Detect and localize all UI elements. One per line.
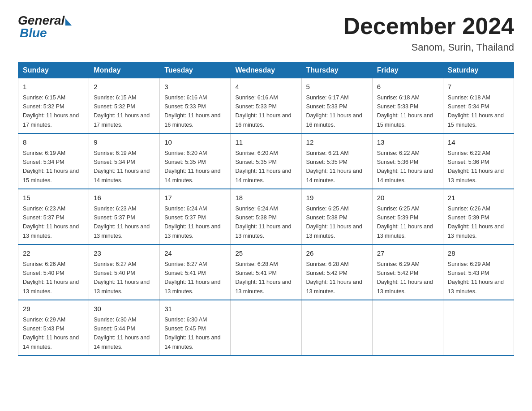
day-info: Sunrise: 6:30 AMSunset: 5:44 PMDaylight:…: [94, 317, 150, 350]
day-info: Sunrise: 6:28 AMSunset: 5:41 PMDaylight:…: [235, 261, 291, 295]
day-cell: 25Sunrise: 6:28 AMSunset: 5:41 PMDayligh…: [231, 244, 301, 300]
day-info: Sunrise: 6:29 AMSunset: 5:43 PMDaylight:…: [448, 261, 504, 295]
day-number: 11: [235, 137, 296, 148]
day-number: 10: [164, 137, 226, 148]
day-info: Sunrise: 6:19 AMSunset: 5:34 PMDaylight:…: [94, 150, 150, 184]
day-info: Sunrise: 6:23 AMSunset: 5:37 PMDaylight:…: [94, 206, 150, 239]
day-number: 1: [23, 82, 84, 92]
calendar-title: December 2024: [343, 13, 514, 39]
day-number: 27: [377, 248, 438, 259]
day-cell: 14Sunrise: 6:22 AMSunset: 5:36 PMDayligh…: [443, 133, 514, 189]
week-row-3: 15Sunrise: 6:23 AMSunset: 5:37 PMDayligh…: [18, 189, 514, 244]
week-row-4: 22Sunrise: 6:26 AMSunset: 5:40 PMDayligh…: [18, 244, 514, 300]
day-number: 5: [306, 82, 368, 92]
day-cell: 27Sunrise: 6:29 AMSunset: 5:42 PMDayligh…: [372, 244, 443, 300]
day-info: Sunrise: 6:17 AMSunset: 5:33 PMDaylight:…: [306, 94, 362, 128]
day-info: Sunrise: 6:29 AMSunset: 5:42 PMDaylight:…: [377, 261, 433, 295]
day-cell: 8Sunrise: 6:19 AMSunset: 5:34 PMDaylight…: [18, 133, 89, 189]
day-info: Sunrise: 6:27 AMSunset: 5:41 PMDaylight:…: [164, 261, 220, 295]
day-cell: 20Sunrise: 6:25 AMSunset: 5:39 PMDayligh…: [372, 189, 443, 244]
header-sunday: Sunday: [18, 63, 89, 78]
day-number: 14: [448, 137, 509, 148]
week-row-2: 8Sunrise: 6:19 AMSunset: 5:34 PMDaylight…: [18, 133, 514, 189]
day-number: 25: [235, 248, 296, 259]
day-cell: 17Sunrise: 6:24 AMSunset: 5:37 PMDayligh…: [160, 189, 231, 244]
header-friday: Friday: [372, 63, 443, 78]
calendar-subtitle: Sanom, Surin, Thailand: [343, 42, 514, 53]
header-thursday: Thursday: [301, 63, 372, 78]
day-info: Sunrise: 6:30 AMSunset: 5:45 PMDaylight:…: [164, 317, 220, 350]
logo: General Blue: [18, 13, 72, 40]
day-info: Sunrise: 6:15 AMSunset: 5:32 PMDaylight:…: [94, 94, 150, 128]
day-cell: 31Sunrise: 6:30 AMSunset: 5:45 PMDayligh…: [160, 300, 231, 355]
logo-blue-text: Blue: [18, 26, 47, 40]
day-info: Sunrise: 6:20 AMSunset: 5:35 PMDaylight:…: [164, 150, 220, 184]
day-cell: 15Sunrise: 6:23 AMSunset: 5:37 PMDayligh…: [18, 189, 89, 244]
day-info: Sunrise: 6:22 AMSunset: 5:36 PMDaylight:…: [448, 150, 504, 184]
day-number: 22: [23, 248, 84, 259]
day-cell: 4Sunrise: 6:16 AMSunset: 5:33 PMDaylight…: [231, 78, 301, 134]
day-number: 23: [94, 248, 155, 259]
day-cell: 26Sunrise: 6:28 AMSunset: 5:42 PMDayligh…: [301, 244, 372, 300]
day-cell: [301, 300, 372, 355]
day-number: 31: [164, 304, 226, 314]
day-number: 7: [448, 82, 509, 92]
day-info: Sunrise: 6:25 AMSunset: 5:38 PMDaylight:…: [306, 206, 362, 239]
day-number: 21: [448, 193, 509, 203]
day-cell: 2Sunrise: 6:15 AMSunset: 5:32 PMDaylight…: [89, 78, 160, 134]
day-info: Sunrise: 6:26 AMSunset: 5:40 PMDaylight:…: [23, 261, 79, 295]
day-info: Sunrise: 6:27 AMSunset: 5:40 PMDaylight:…: [94, 261, 150, 295]
calendar-table: Sunday Monday Tuesday Wednesday Thursday…: [18, 62, 514, 356]
day-info: Sunrise: 6:24 AMSunset: 5:37 PMDaylight:…: [164, 206, 220, 239]
header-wednesday: Wednesday: [231, 63, 301, 78]
week-row-1: 1Sunrise: 6:15 AMSunset: 5:32 PMDaylight…: [18, 78, 514, 134]
day-cell: 23Sunrise: 6:27 AMSunset: 5:40 PMDayligh…: [89, 244, 160, 300]
day-cell: 21Sunrise: 6:26 AMSunset: 5:39 PMDayligh…: [443, 189, 514, 244]
day-number: 15: [23, 193, 84, 203]
day-cell: 6Sunrise: 6:18 AMSunset: 5:33 PMDaylight…: [372, 78, 443, 134]
day-cell: 29Sunrise: 6:29 AMSunset: 5:43 PMDayligh…: [18, 300, 89, 355]
day-info: Sunrise: 6:18 AMSunset: 5:34 PMDaylight:…: [448, 94, 504, 128]
day-number: 6: [377, 82, 438, 92]
day-info: Sunrise: 6:19 AMSunset: 5:34 PMDaylight:…: [23, 150, 79, 184]
header-saturday: Saturday: [443, 63, 514, 78]
day-info: Sunrise: 6:20 AMSunset: 5:35 PMDaylight:…: [235, 150, 291, 184]
day-info: Sunrise: 6:18 AMSunset: 5:33 PMDaylight:…: [377, 94, 433, 128]
day-info: Sunrise: 6:16 AMSunset: 5:33 PMDaylight:…: [235, 94, 291, 128]
day-number: 8: [23, 137, 84, 148]
day-cell: 9Sunrise: 6:19 AMSunset: 5:34 PMDaylight…: [89, 133, 160, 189]
day-number: 18: [235, 193, 296, 203]
day-number: 24: [164, 248, 226, 259]
day-number: 3: [164, 82, 226, 92]
day-cell: 7Sunrise: 6:18 AMSunset: 5:34 PMDaylight…: [443, 78, 514, 134]
day-number: 30: [94, 304, 155, 314]
header-row: Sunday Monday Tuesday Wednesday Thursday…: [18, 63, 514, 78]
day-info: Sunrise: 6:24 AMSunset: 5:38 PMDaylight:…: [235, 206, 291, 239]
day-number: 9: [94, 137, 155, 148]
logo-triangle-icon: [65, 18, 72, 26]
day-cell: 19Sunrise: 6:25 AMSunset: 5:38 PMDayligh…: [301, 189, 372, 244]
day-cell: 3Sunrise: 6:16 AMSunset: 5:33 PMDaylight…: [160, 78, 231, 134]
day-cell: [372, 300, 443, 355]
day-number: 28: [448, 248, 509, 259]
day-number: 13: [377, 137, 438, 148]
day-info: Sunrise: 6:22 AMSunset: 5:36 PMDaylight:…: [377, 150, 433, 184]
day-number: 12: [306, 137, 368, 148]
day-cell: 10Sunrise: 6:20 AMSunset: 5:35 PMDayligh…: [160, 133, 231, 189]
day-cell: [231, 300, 301, 355]
day-info: Sunrise: 6:25 AMSunset: 5:39 PMDaylight:…: [377, 206, 433, 239]
page-header: General Blue December 2024 Sanom, Surin,…: [18, 13, 514, 53]
header-tuesday: Tuesday: [160, 63, 231, 78]
day-cell: 30Sunrise: 6:30 AMSunset: 5:44 PMDayligh…: [89, 300, 160, 355]
day-number: 2: [94, 82, 155, 92]
day-number: 20: [377, 193, 438, 203]
day-number: 19: [306, 193, 368, 203]
day-cell: 13Sunrise: 6:22 AMSunset: 5:36 PMDayligh…: [372, 133, 443, 189]
header-monday: Monday: [89, 63, 160, 78]
day-number: 17: [164, 193, 226, 203]
day-cell: 5Sunrise: 6:17 AMSunset: 5:33 PMDaylight…: [301, 78, 372, 134]
day-cell: [443, 300, 514, 355]
day-cell: 24Sunrise: 6:27 AMSunset: 5:41 PMDayligh…: [160, 244, 231, 300]
day-cell: 12Sunrise: 6:21 AMSunset: 5:35 PMDayligh…: [301, 133, 372, 189]
day-number: 16: [94, 193, 155, 203]
